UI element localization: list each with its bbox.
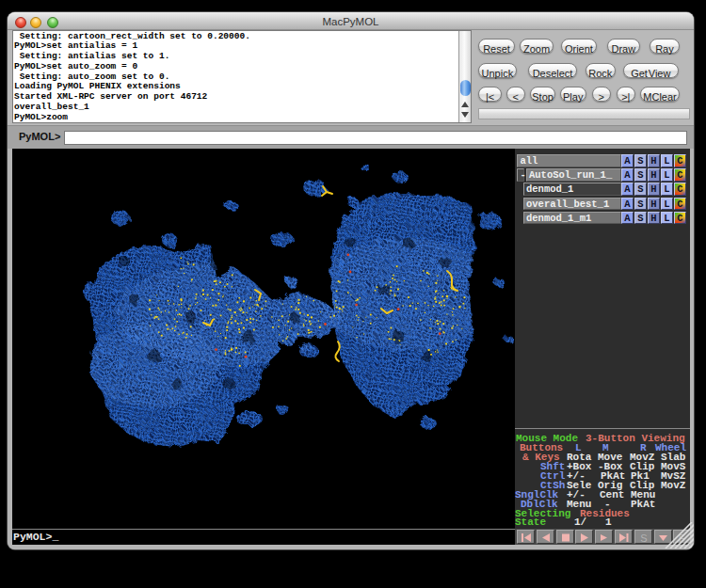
svg-text:S: S bbox=[640, 532, 647, 543]
